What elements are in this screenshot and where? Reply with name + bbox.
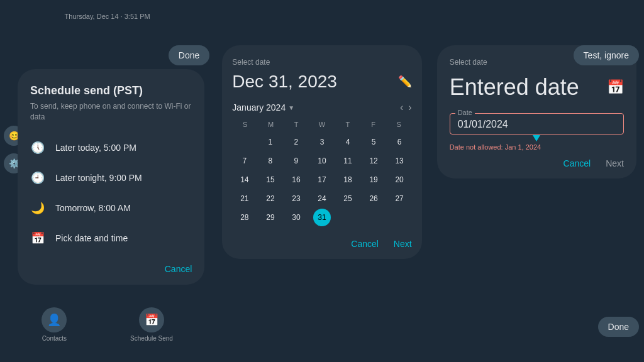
cal-day-1[interactable]: 1 (262, 133, 279, 151)
schedule-item-label-4: Pick date and time (55, 233, 128, 243)
cal-day-22[interactable]: 22 (262, 190, 279, 207)
cal-day-7[interactable]: 7 (236, 152, 253, 170)
date-input-field[interactable] (458, 119, 616, 130)
calendar-selected-date-row: Dec 31, 2023 ✏️ (232, 72, 411, 92)
panel-calendar: Select date Dec 31, 2023 ✏️ January 2024… (214, 0, 429, 362)
clock-icon-2: 🕘 (30, 170, 45, 185)
cal-day-30[interactable]: 30 (287, 209, 305, 226)
cal-day-9[interactable]: 9 (287, 152, 305, 170)
calendar-days: 1 2 3 4 5 6 7 8 9 10 11 12 13 14 15 (232, 133, 411, 226)
day-header-s2: S (386, 118, 412, 131)
clock-icon-1: 🕔 (30, 140, 45, 155)
day-header-f: F (360, 118, 386, 131)
cal-day-14[interactable]: 14 (236, 171, 253, 189)
done-chip-2[interactable]: Done (598, 317, 639, 337)
day-header-s1: S (232, 118, 258, 131)
cal-day-28[interactable]: 28 (236, 209, 253, 226)
cal-day-25[interactable]: 25 (339, 190, 357, 207)
calendar-month-label[interactable]: January 2024 ▼ (232, 102, 294, 112)
month-text: January 2024 (232, 102, 286, 112)
schedule-item-3[interactable]: 🌙 Tomorrow, 8:00 AM (30, 193, 192, 223)
cal-day-27[interactable]: 27 (391, 190, 408, 207)
schedule-send-label: Schedule Send (130, 335, 173, 342)
day-header-m: M (258, 118, 284, 131)
day-header-w: W (309, 118, 335, 131)
cal-day-31[interactable]: 31 (313, 209, 331, 226)
date-cursor-indicator (533, 135, 540, 141)
entered-date-next-button[interactable]: Next (606, 158, 624, 168)
next-month-button[interactable]: › (408, 102, 411, 113)
done-chip-1[interactable]: Done (169, 45, 209, 65)
month-dropdown-icon: ▼ (288, 104, 294, 111)
cal-day-15[interactable]: 15 (262, 171, 279, 189)
test-ignore-chip[interactable]: Test, ignore (574, 45, 639, 65)
cal-day-21[interactable]: 21 (236, 190, 253, 207)
cal-day-10[interactable]: 10 (313, 152, 331, 170)
schedule-dialog: Schedule send (PST) To send, keep phone … (18, 69, 204, 285)
schedule-item-label-3: Tomorrow, 8:00 AM (55, 203, 131, 213)
cal-day-19[interactable]: 19 (365, 171, 382, 189)
entered-date-title-row: Entered date 📅 (450, 74, 624, 101)
schedule-item-1[interactable]: 🕔 Later today, 5:00 PM (30, 133, 192, 163)
cal-day-8[interactable]: 8 (262, 152, 279, 170)
contacts-item[interactable]: 👤 Contacts (42, 307, 67, 342)
calendar-grid: S M T W T F S 1 2 3 4 5 6 (232, 118, 411, 226)
entered-date-cancel-button[interactable]: Cancel (564, 158, 591, 168)
panel-entered-date: Test, ignore Select date Entered date 📅 … (430, 0, 644, 362)
cal-day-13[interactable]: 13 (391, 152, 408, 170)
calendar-actions: Cancel Next (232, 234, 411, 249)
calendar-title-label: Select date (232, 58, 411, 67)
schedule-send-item[interactable]: 📅 Schedule Send (130, 307, 173, 342)
moon-icon: 🌙 (30, 200, 45, 216)
schedule-send-icon: 📅 (139, 307, 164, 332)
cal-day-17[interactable]: 17 (313, 171, 331, 189)
edit-date-icon[interactable]: ✏️ (398, 75, 412, 89)
enter-date-calendar-icon[interactable]: 📅 (607, 79, 624, 96)
contacts-label: Contacts (42, 335, 67, 342)
cal-day-24[interactable]: 24 (313, 190, 331, 207)
cal-day-20[interactable]: 20 (391, 171, 408, 189)
cal-day-3[interactable]: 3 (313, 133, 331, 151)
cal-day-29[interactable]: 29 (262, 209, 279, 226)
schedule-item-2[interactable]: 🕘 Later tonight, 9:00 PM (30, 163, 192, 193)
day-header-t2: T (335, 118, 360, 131)
cal-day-16[interactable]: 16 (287, 171, 305, 189)
calendar-nav: January 2024 ▼ ‹ › (232, 102, 411, 113)
calendar-arrows: ‹ › (400, 102, 412, 113)
cal-day-2[interactable]: 2 (287, 133, 305, 151)
schedule-cancel-button[interactable]: Cancel (165, 264, 192, 274)
cal-day-5[interactable]: 5 (365, 133, 382, 151)
cal-day-11[interactable]: 11 (339, 152, 357, 170)
date-field-label: Date (455, 109, 475, 116)
calendar-next-button[interactable]: Next (394, 239, 412, 249)
calendar-dialog: Select date Dec 31, 2023 ✏️ January 2024… (222, 45, 421, 259)
entered-date-heading: Entered date (450, 74, 579, 101)
day-header-t1: T (284, 118, 309, 131)
schedule-cancel-area: Cancel (30, 258, 192, 275)
schedule-title: Schedule send (PST) (30, 84, 192, 97)
bottom-icons: 👤 Contacts 📅 Schedule Send (0, 307, 214, 342)
date-error-text: Date not allowed: Jan 1, 2024 (450, 143, 624, 151)
prev-month-button[interactable]: ‹ (400, 102, 403, 113)
schedule-item-label-2: Later tonight, 9:00 PM (55, 173, 142, 183)
calendar-icon: 📅 (30, 231, 45, 246)
panel-schedule-send: Thursday, Dec 14 · 3:51 PM Done 😊 ⚙️ Sch… (0, 0, 214, 362)
date-input-group: Date (450, 113, 624, 134)
cal-day-18[interactable]: 18 (339, 171, 357, 189)
cal-day-26[interactable]: 26 (365, 190, 382, 207)
entered-date-actions: Cancel Next (450, 158, 624, 168)
schedule-item-4[interactable]: 📅 Pick date and time (30, 223, 192, 253)
schedule-subtitle: To send, keep phone on and connect to Wi… (30, 101, 192, 123)
schedule-item-label-1: Later today, 5:00 PM (55, 143, 136, 153)
calendar-day-headers: S M T W T F S (232, 118, 411, 131)
cal-day-23[interactable]: 23 (287, 190, 305, 207)
cal-day-6[interactable]: 6 (391, 133, 408, 151)
cal-day-12[interactable]: 12 (365, 152, 382, 170)
panel1-header: Thursday, Dec 14 · 3:51 PM (65, 13, 150, 20)
cal-day-4[interactable]: 4 (339, 133, 357, 151)
contacts-icon: 👤 (42, 307, 67, 332)
calendar-cancel-button[interactable]: Cancel (351, 239, 379, 249)
calendar-selected-date-text: Dec 31, 2023 (232, 72, 337, 92)
